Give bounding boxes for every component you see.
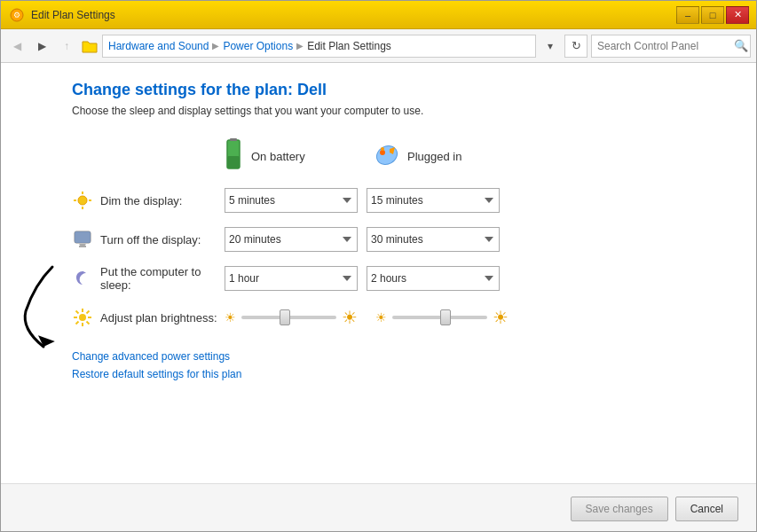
breadcrumb-power[interactable]: Power Options [223, 40, 293, 52]
turnoff-display-label: Turn off the display: [100, 233, 225, 246]
plugged-label: Plugged in [407, 150, 461, 163]
title-bar: ⚙ Edit Plan Settings – □ ✕ [1, 1, 756, 29]
breadcrumb-hw[interactable]: Hardware and Sound [108, 40, 209, 52]
brightness-min-icon-battery: ☀ [225, 310, 236, 325]
cancel-button[interactable]: Cancel [675, 497, 738, 521]
plugged-icon [374, 142, 400, 171]
plugged-column-header: Plugged in [374, 142, 516, 171]
brightness-label: Adjust plan brightness: [100, 311, 225, 325]
footer: Save changes Cancel [1, 483, 756, 532]
svg-line-24 [87, 311, 90, 314]
battery-icon [223, 138, 244, 175]
svg-line-22 [87, 322, 90, 325]
dim-battery-select[interactable]: 5 minutes 1 minute 2 minutes 3 minutes 1… [225, 188, 358, 213]
breadcrumb-current: Edit Plan Settings [307, 40, 391, 52]
sleep-icon [72, 268, 93, 289]
sleep-controls: 1 hour 15 minutes 20 minutes 30 minutes … [225, 266, 500, 291]
turnoff-plugged-select[interactable]: 30 minutes 5 minutes 10 minutes 15 minut… [367, 227, 500, 252]
brightness-icon [72, 307, 93, 328]
turnoff-battery-select[interactable]: 20 minutes 5 minutes 10 minutes 15 minut… [225, 227, 358, 252]
brightness-max-icon-plugged: ☀ [493, 307, 509, 328]
maximize-button[interactable]: □ [701, 6, 724, 24]
plugged-brightness-slider[interactable] [392, 316, 487, 319]
turnoff-display-row: Turn off the display: 20 minutes 5 minut… [72, 224, 729, 254]
refresh-button[interactable]: ↻ [564, 35, 587, 58]
search-box[interactable]: 🔍 [591, 35, 751, 58]
close-button[interactable]: ✕ [726, 6, 749, 24]
brightness-min-icon-plugged: ☀ [375, 310, 387, 325]
brightness-controls: ☀ ☀ ☀ ☀ [225, 307, 509, 328]
up-button[interactable]: ↑ [56, 35, 77, 57]
dim-display-label: Dim the display: [100, 194, 225, 207]
dropdown-button[interactable]: ▾ [540, 35, 561, 57]
battery-brightness-group: ☀ ☀ [225, 307, 358, 328]
window-controls: – □ ✕ [676, 6, 749, 24]
svg-marker-25 [35, 335, 55, 349]
action-links: Change advanced power settings Restore d… [72, 350, 729, 380]
page-subtitle: Choose the sleep and display settings th… [72, 105, 729, 117]
battery-label: On battery [251, 150, 305, 163]
restore-defaults-link[interactable]: Restore default settings for this plan [72, 368, 729, 380]
battery-brightness-slider[interactable] [241, 316, 336, 319]
folder-icon [81, 37, 99, 55]
forward-button[interactable]: ▶ [31, 35, 52, 57]
turnoff-display-controls: 20 minutes 5 minutes 10 minutes 15 minut… [225, 227, 500, 252]
svg-line-21 [76, 311, 79, 314]
dim-plugged-select[interactable]: 15 minutes 5 minutes 10 minutes 20 minut… [367, 188, 500, 213]
monitor-icon [72, 229, 93, 250]
sleep-row: Put the computer to sleep: 1 hour 15 min… [72, 263, 729, 293]
svg-rect-4 [227, 156, 240, 168]
save-button[interactable]: Save changes [571, 497, 668, 521]
column-headers: On battery Plugged in [72, 138, 729, 175]
address-bar: ◀ ▶ ↑ Hardware and Sound ▶ Power Options… [1, 29, 756, 63]
battery-column-header: On battery [223, 138, 365, 175]
svg-line-23 [76, 322, 79, 325]
dim-icon [72, 190, 93, 211]
svg-text:⚙: ⚙ [13, 11, 20, 20]
back-button[interactable]: ◀ [6, 35, 28, 57]
brightness-row: Adjust plan brightness: ☀ ☀ ☀ [72, 302, 729, 332]
search-icon[interactable]: 🔍 [734, 39, 748, 52]
svg-rect-14 [75, 231, 91, 243]
main-content: Change settings for the plan: Dell Choos… [1, 63, 756, 483]
svg-point-16 [79, 314, 86, 321]
sleep-battery-select[interactable]: 1 hour 15 minutes 20 minutes 30 minutes … [225, 266, 358, 291]
sleep-label: Put the computer to sleep: [100, 265, 225, 292]
page-title: Change settings for the plan: Dell [72, 81, 729, 99]
dim-display-row: Dim the display: 5 minutes 1 minute 2 mi… [72, 185, 729, 215]
search-input[interactable] [597, 40, 730, 52]
dim-display-controls: 5 minutes 1 minute 2 minutes 3 minutes 1… [225, 188, 500, 213]
minimize-button[interactable]: – [676, 6, 699, 24]
window-title: Edit Plan Settings [31, 9, 115, 21]
advanced-settings-link[interactable]: Change advanced power settings [72, 350, 729, 363]
settings-rows: Dim the display: 5 minutes 1 minute 2 mi… [72, 185, 729, 332]
app-icon: ⚙ [8, 6, 26, 24]
sleep-plugged-select[interactable]: 2 hours 30 minutes 45 minutes 1 hour 3 h… [367, 266, 500, 291]
plugged-brightness-group: ☀ ☀ [375, 307, 509, 328]
svg-point-8 [78, 196, 87, 205]
svg-point-5 [374, 142, 400, 168]
brightness-max-icon-battery: ☀ [342, 307, 358, 328]
breadcrumb-path[interactable]: Hardware and Sound ▶ Power Options ▶ Edi… [102, 35, 536, 58]
svg-point-7 [381, 147, 384, 151]
svg-rect-3 [230, 138, 237, 141]
